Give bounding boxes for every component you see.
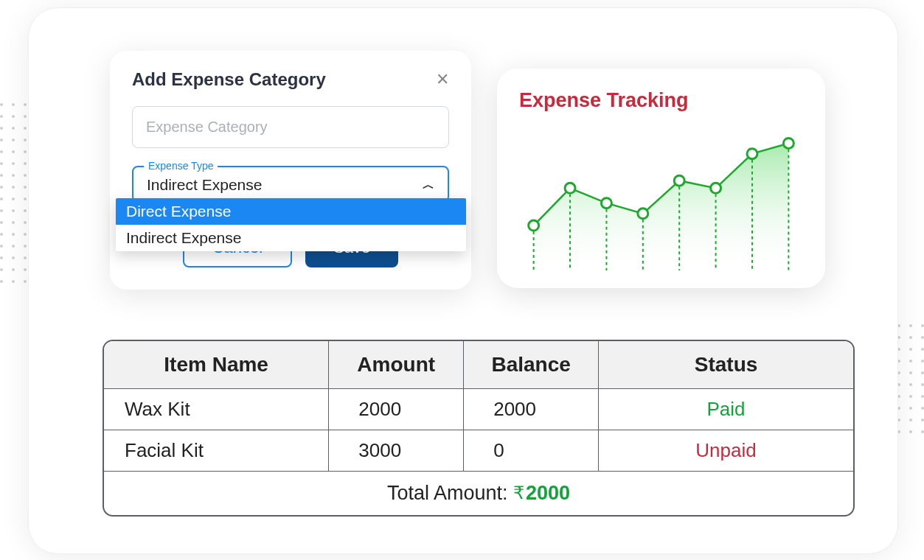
select-label: Expense Type bbox=[144, 160, 218, 172]
svg-point-15 bbox=[783, 138, 793, 148]
chevron-up-icon: ︿ bbox=[423, 178, 434, 193]
table-row: Wax Kit 2000 2000 Paid bbox=[104, 389, 853, 430]
svg-point-9 bbox=[565, 183, 575, 193]
option-direct-expense[interactable]: Direct Expense bbox=[116, 198, 466, 225]
modal-header: Add Expense Category ✕ bbox=[132, 69, 449, 90]
total-label: Total Amount: bbox=[387, 482, 508, 504]
cell-status: Paid bbox=[599, 389, 853, 430]
modal-title: Add Expense Category bbox=[132, 69, 326, 90]
col-amount: Amount bbox=[329, 341, 464, 389]
total-amount: 2000 bbox=[526, 482, 570, 504]
col-status: Status bbox=[599, 341, 853, 389]
cell-item-name: Facial Kit bbox=[104, 430, 329, 472]
svg-point-11 bbox=[638, 209, 648, 219]
add-expense-modal: Add Expense Category ✕ Expense Type Indi… bbox=[110, 51, 471, 290]
cell-amount: 2000 bbox=[329, 389, 464, 430]
expense-type-dropdown: Direct Expense Indirect Expense bbox=[116, 198, 466, 251]
cell-amount: 3000 bbox=[329, 430, 464, 472]
select-value: Indirect Expense ︿ bbox=[147, 176, 434, 194]
rupee-icon: ₹ bbox=[513, 483, 524, 503]
svg-point-8 bbox=[529, 220, 539, 231]
cell-item-name: Wax Kit bbox=[104, 389, 329, 430]
expense-category-input[interactable] bbox=[132, 106, 449, 148]
select-value-text: Indirect Expense bbox=[147, 176, 262, 194]
close-icon[interactable]: ✕ bbox=[436, 70, 449, 89]
main-card: Add Expense Category ✕ Expense Type Indi… bbox=[28, 7, 898, 554]
svg-point-10 bbox=[601, 198, 611, 209]
col-balance: Balance bbox=[464, 341, 599, 389]
expense-table: Item Name Amount Balance Status Wax Kit … bbox=[104, 341, 853, 515]
col-item-name: Item Name bbox=[104, 341, 329, 389]
cell-balance: 0 bbox=[464, 430, 599, 472]
table-total-row: Total Amount: ₹2000 bbox=[104, 472, 853, 516]
status-badge: Paid bbox=[707, 398, 746, 420]
expense-type-select[interactable]: Expense Type Indirect Expense ︿ bbox=[132, 166, 449, 203]
cell-balance: 2000 bbox=[464, 389, 599, 430]
svg-point-12 bbox=[674, 175, 684, 186]
option-indirect-expense[interactable]: Indirect Expense bbox=[116, 225, 466, 251]
chart-title: Expense Tracking bbox=[519, 89, 810, 112]
status-badge: Unpaid bbox=[695, 439, 756, 461]
chart-svg bbox=[512, 116, 810, 275]
expense-tracking-chart-card: Expense Tracking bbox=[497, 69, 825, 288]
table-header-row: Item Name Amount Balance Status bbox=[104, 341, 853, 389]
svg-point-14 bbox=[747, 149, 757, 159]
chart-area bbox=[512, 116, 810, 275]
svg-point-13 bbox=[711, 183, 721, 193]
cell-status: Unpaid bbox=[599, 430, 853, 472]
expense-table-card: Item Name Amount Balance Status Wax Kit … bbox=[103, 340, 855, 517]
table-row: Facial Kit 3000 0 Unpaid bbox=[104, 430, 853, 472]
